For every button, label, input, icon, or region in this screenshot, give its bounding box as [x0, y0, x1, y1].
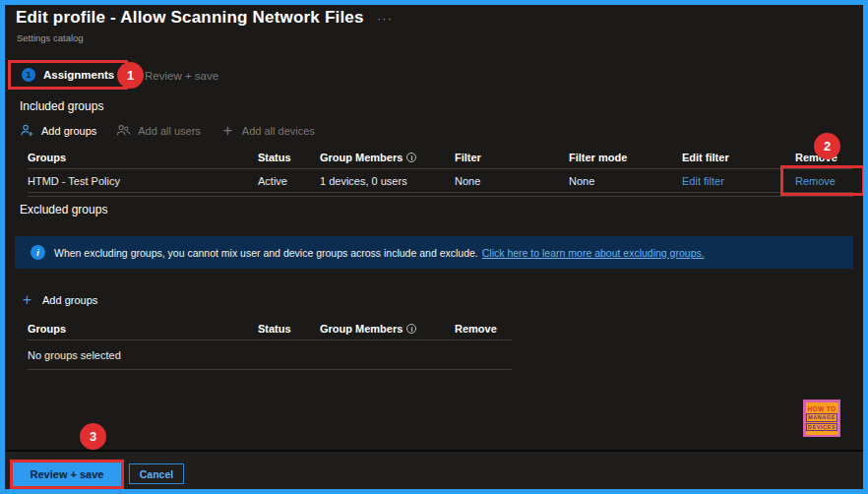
edit-profile-window: Edit profile - Allow Scanning Network Fi… — [0, 0, 868, 494]
annotation-box-remove — [780, 165, 865, 196]
group-name-cell: HTMD - Test Policy — [28, 175, 258, 187]
people-icon — [116, 123, 131, 138]
info-banner-icon: i — [31, 245, 45, 260]
info-icon[interactable]: i — [406, 153, 416, 162]
plus-icon: + — [220, 123, 235, 138]
htmd-logo: HOW TO MANAGE DEVICES — [803, 400, 840, 437]
col-filter-mode: Filter mode — [569, 152, 682, 163]
banner-learn-more-link[interactable]: Click here to learn more about excluding… — [482, 247, 705, 259]
col-status: Status — [258, 323, 320, 335]
excluded-add-groups-button[interactable]: + Add groups — [20, 292, 97, 307]
more-options-icon[interactable]: ··· — [377, 11, 393, 26]
col-group-members: Group Members i — [320, 323, 455, 335]
add-groups-button[interactable]: Add groups — [20, 123, 96, 138]
table-bottom-border — [28, 193, 853, 197]
included-table-header: Groups Status Group Members i Filter Fil… — [28, 147, 853, 169]
add-all-devices-label: Add all devices — [242, 125, 315, 137]
banner-text: When excluding groups, you cannot mix us… — [54, 247, 478, 259]
col-groups: Groups — [28, 323, 258, 335]
annotation-callout-1: 1 — [117, 62, 144, 89]
annotation-callout-3: 3 — [80, 423, 106, 450]
review-save-button[interactable]: Review + save — [13, 463, 121, 486]
add-all-users-label: Add all users — [138, 125, 201, 137]
step-number-icon: 1 — [22, 68, 35, 82]
annotation-callout-2: 2 — [814, 133, 840, 159]
included-toolbar: Add groups Add all users + Add all devic… — [20, 123, 315, 138]
tab-assignments[interactable]: Assignments — [43, 69, 114, 81]
page-title: Edit profile - Allow Scanning Network Fi… — [16, 8, 364, 28]
edit-filter-link[interactable]: Edit filter — [682, 175, 795, 187]
annotation-box-review-save: Review + save — [10, 460, 124, 489]
table-row: HTMD - Test Policy Active 1 devices, 0 u… — [28, 169, 853, 193]
col-edit-filter: Edit filter — [682, 152, 795, 163]
filter-mode-cell: None — [569, 175, 682, 187]
annotation-box-assignments: 1 Assignments — [8, 60, 128, 90]
add-all-users-button[interactable]: Add all users — [116, 123, 201, 138]
logo-line-2: MANAGE — [806, 413, 837, 421]
excluded-add-groups-label: Add groups — [42, 294, 97, 306]
excluded-groups-table: Groups Status Group Members i Remove No … — [28, 318, 512, 370]
filter-cell: None — [455, 175, 569, 187]
col-status: Status — [258, 152, 320, 163]
empty-row: No groups selected — [28, 340, 512, 370]
cancel-button[interactable]: Cancel — [129, 463, 184, 484]
add-groups-label: Add groups — [41, 125, 96, 137]
no-groups-text: No groups selected — [28, 349, 258, 361]
col-filter: Filter — [455, 152, 569, 163]
tab-review-save[interactable]: Review + save — [145, 70, 218, 82]
excluded-table-header: Groups Status Group Members i Remove — [28, 318, 512, 340]
excluded-groups-heading: Excluded groups — [20, 203, 107, 216]
col-groups: Groups — [28, 152, 258, 163]
page-subtitle: Settings catalog — [17, 32, 84, 43]
col-remove: Remove — [455, 323, 512, 335]
info-icon[interactable]: i — [406, 324, 416, 334]
exclusion-info-banner: i When excluding groups, you cannot mix … — [15, 236, 853, 269]
add-all-devices-button[interactable]: + Add all devices — [220, 123, 315, 138]
included-groups-table: Groups Status Group Members i Filter Fil… — [28, 147, 853, 197]
col-group-members: Group Members i — [320, 152, 455, 163]
logo-line-3: DEVICES — [806, 423, 837, 431]
status-cell: Active — [258, 175, 320, 187]
plus-icon: + — [20, 292, 34, 307]
members-cell: 1 devices, 0 users — [320, 175, 455, 187]
logo-line-1: HOW TO — [808, 405, 837, 412]
included-groups-heading: Included groups — [20, 99, 103, 113]
person-add-icon — [20, 123, 34, 138]
